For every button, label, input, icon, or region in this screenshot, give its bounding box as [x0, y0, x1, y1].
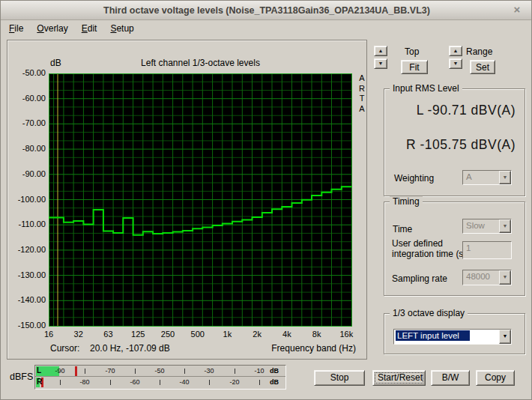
timing-group-label: Timing	[390, 196, 423, 207]
octave-display-selected: LEFT input level	[396, 330, 470, 341]
level-meter: L-90-70-50-30-10dBR-80-60-40-20dB	[34, 365, 286, 390]
meter-tick	[110, 380, 111, 385]
menu-item-overlay[interactable]: Overlay	[30, 21, 74, 36]
meter-tick	[135, 369, 136, 374]
meter-scale-label: -80	[76, 378, 93, 386]
meter-tick	[85, 369, 85, 374]
fit-button[interactable]: Fit	[401, 60, 428, 74]
y-tick-label: -50.00	[7, 68, 46, 77]
meter-scale-label: -40	[176, 378, 193, 386]
x-tick-label: 4k	[282, 330, 291, 339]
integration-time-input[interactable]: 1	[462, 241, 512, 259]
meter-channel-label: L	[37, 366, 41, 375]
chevron-down-icon[interactable]: ▼	[499, 270, 511, 285]
x-tick-label: 1k	[223, 330, 232, 339]
spectrum-plot[interactable]	[49, 73, 352, 327]
meter-unit-label: dB	[270, 367, 279, 375]
arta-watermark: A R T A	[357, 73, 366, 114]
chevron-down-icon[interactable]: ▼	[499, 219, 511, 233]
stop-button[interactable]: Stop	[314, 370, 365, 386]
meter-row-l: L-90-70-50-30-10dB	[35, 366, 285, 377]
range-down-spinner[interactable]: ▼	[449, 58, 462, 69]
meter-scale-label: -50	[151, 367, 168, 375]
close-icon[interactable]: ×	[510, 3, 524, 18]
range-up-spinner[interactable]: ▲	[449, 46, 462, 56]
x-tick-label: 32	[74, 330, 83, 339]
meter-channel-label: R	[37, 378, 42, 386]
chart-status-row: Cursor: 20.0 Hz, -107.09 dB Frequency ba…	[7, 343, 368, 354]
meter-tick	[160, 380, 160, 385]
y-tick-label: -150.00	[7, 321, 46, 330]
copy-button[interactable]: Copy	[476, 370, 515, 386]
dbfs-label: dBFS	[10, 372, 33, 382]
meter-peak-indicator	[75, 366, 77, 376]
x-tick-label: 500	[191, 330, 205, 339]
top-label: Top	[405, 46, 419, 57]
cursor-readout: 20.0 Hz, -107.09 dB	[90, 343, 170, 354]
x-tick-label: 125	[131, 330, 145, 339]
sampling-rate-dropdown[interactable]: 48000 ▼	[462, 270, 512, 285]
y-tick-label: -130.00	[7, 270, 46, 279]
meter-scale-label: -90	[52, 367, 68, 375]
meter-scale-label: -30	[201, 367, 217, 375]
weighting-dropdown[interactable]: A ▼	[462, 170, 512, 185]
y-tick-label: -90.00	[7, 169, 46, 178]
left-rms-value: L -90.71 dBV(A)	[417, 103, 516, 118]
octave-display-group-label: 1/3 octave display	[390, 308, 468, 318]
sampling-rate-label: Sampling rate	[392, 273, 447, 284]
range-label: Range	[466, 46, 492, 57]
integration-label-line1: User defined	[392, 238, 443, 249]
time-dropdown[interactable]: Slow ▼	[462, 219, 512, 234]
menu-item-edit[interactable]: Edit	[75, 21, 104, 36]
x-tick-label: 16k	[340, 330, 354, 339]
x-axis-label: Frequency band (Hz)	[271, 343, 356, 354]
x-tick-label: 250	[161, 330, 175, 339]
meter-unit-label: dB	[270, 378, 279, 386]
y-tick-label: -60.00	[7, 94, 46, 103]
window-title: Third octave voltage levels (Noise_TPA31…	[1, 1, 532, 20]
bw-button[interactable]: B/W	[431, 370, 470, 386]
meter-tick	[259, 380, 260, 385]
meter-tick	[209, 380, 210, 385]
menu-item-setup[interactable]: Setup	[103, 21, 140, 36]
meter-scale-label: -20	[226, 378, 243, 386]
meter-scale-label: -60	[127, 378, 143, 386]
time-label: Time	[393, 224, 412, 234]
top-down-spinner[interactable]: ▼	[374, 58, 387, 69]
y-tick-label: -120.00	[7, 245, 46, 254]
meter-tick	[184, 369, 185, 374]
meter-tick	[60, 380, 61, 385]
chart-panel: dB Left channel 1/3-octave levels A R T …	[7, 40, 367, 360]
app-window: Third octave voltage levels (Noise_TPA31…	[0, 0, 532, 400]
chevron-down-icon[interactable]: ▼	[499, 330, 511, 344]
x-tick-label: 2k	[253, 330, 262, 339]
y-tick-label: -140.00	[7, 295, 46, 304]
y-tick-label: -70.00	[7, 118, 46, 127]
octave-display-dropdown[interactable]: LEFT input level ▼	[393, 329, 512, 345]
cursor-label: Cursor:	[50, 343, 79, 354]
sampling-rate-value: 48000	[463, 270, 499, 285]
input-rms-group: Input RMS Level L -90.71 dBV(A) R -105.7…	[384, 88, 525, 196]
y-tick-label: -100.00	[7, 195, 46, 204]
meter-tick	[235, 369, 235, 374]
integration-label-line2: integration time (s)	[392, 249, 466, 259]
start-reset-button[interactable]: Start/Reset	[372, 370, 426, 386]
meter-row-r: R-80-60-40-20dB	[35, 377, 285, 388]
weighting-label: Weighting	[394, 173, 434, 184]
top-up-spinner[interactable]: ▲	[374, 46, 387, 56]
title-bar[interactable]: Third octave voltage levels (Noise_TPA31…	[1, 1, 532, 20]
right-rms-value: R -105.75 dBV(A)	[406, 137, 516, 153]
x-tick-label: 8k	[312, 330, 321, 339]
meter-scale-label: -10	[251, 367, 267, 375]
menu-bar: FileOverlayEditSetup	[2, 21, 531, 36]
chart-title: Left channel 1/3-octave levels	[49, 58, 352, 68]
set-button[interactable]: Set	[470, 60, 495, 74]
menu-item-file[interactable]: File	[2, 21, 30, 36]
time-value: Slow	[463, 219, 499, 233]
input-rms-group-label: Input RMS Level	[390, 83, 462, 94]
chevron-down-icon[interactable]: ▼	[499, 171, 511, 184]
octave-display-group: 1/3 octave display LEFT input level ▼	[384, 313, 525, 354]
timing-group: Timing Time Slow ▼ User defined integrat…	[384, 201, 525, 296]
y-tick-label: -80.00	[7, 144, 46, 153]
x-tick-label: 63	[103, 330, 112, 339]
